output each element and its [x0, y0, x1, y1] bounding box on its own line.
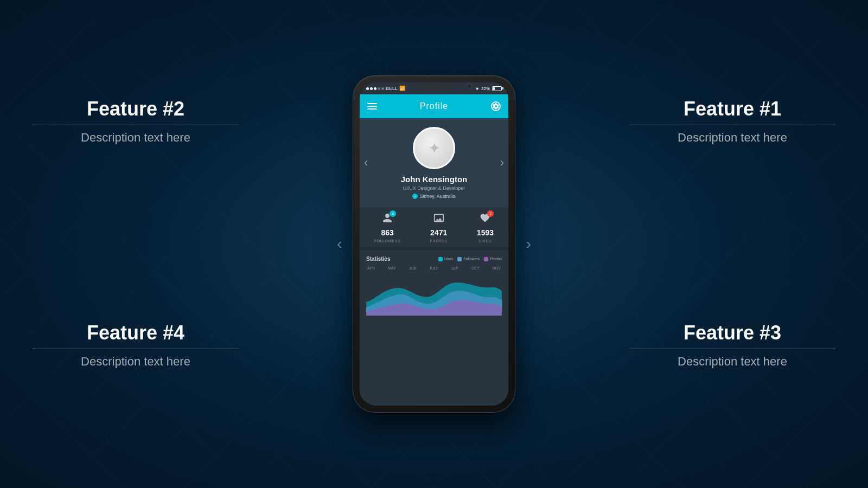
- phone-speaker: [418, 86, 450, 89]
- feature-4-divider: [33, 349, 239, 349]
- next-arrow[interactable]: ›: [526, 235, 531, 253]
- chart-legend: Likes Followers Photos: [438, 257, 502, 261]
- followers-icon-wrap: 4: [382, 213, 393, 226]
- phone-mockup: ‹ › BELL 📶 ★: [353, 76, 515, 412]
- legend-followers: Followers: [457, 257, 480, 261]
- feature-1-title: Feature #1: [629, 98, 835, 120]
- profile-role: UI/UX Designer & Developer: [403, 185, 465, 191]
- legend-likes: Likes: [438, 257, 453, 261]
- legend-dot-followers: [457, 257, 462, 261]
- photos-stat[interactable]: 2471 PHOTOS: [430, 213, 447, 243]
- likes-count: 1593: [477, 228, 494, 237]
- profile-prev-arrow[interactable]: ‹: [364, 156, 368, 170]
- phone-camera: [467, 84, 471, 88]
- likes-icon-wrap: 7: [480, 213, 490, 226]
- legend-photos: Photos: [484, 257, 502, 261]
- nav-title: Profile: [420, 101, 448, 111]
- legend-dot-photos: [484, 257, 488, 261]
- statistics-section: Statistics Likes Followers Photos: [360, 251, 508, 316]
- phone-body: BELL 📶 ★ 22% Profile: [353, 76, 515, 412]
- signal-dots: [366, 87, 384, 90]
- profile-section: ‹ › John Kensington UI/UX Designer & Dev…: [360, 118, 508, 207]
- followers-label: FOLLOWERS: [374, 239, 400, 243]
- signal-dot-3: [374, 87, 376, 90]
- legend-label-likes: Likes: [444, 257, 453, 261]
- status-right: ★ 22%: [475, 86, 502, 91]
- month-oct: OCT: [471, 266, 480, 270]
- followers-badge: 4: [390, 210, 396, 217]
- month-labels: APR MAY JUN JULY SEP OCT NOV: [366, 266, 502, 270]
- bluetooth-icon: ★: [475, 86, 479, 91]
- feature-4-desc: Description text here: [33, 355, 239, 369]
- feature-3-desc: Description text here: [629, 355, 835, 369]
- feature-4-block: Feature #4 Description text here: [33, 322, 239, 369]
- phone-screen: BELL 📶 ★ 22% Profile: [360, 82, 508, 406]
- likes-stat[interactable]: 7 1593 LIKES: [477, 213, 494, 243]
- feature-3-divider: [629, 349, 835, 349]
- feature-1-block: Feature #1 Description text here: [629, 98, 835, 145]
- wave-chart: [366, 272, 502, 316]
- month-nov: NOV: [493, 266, 501, 270]
- feature-2-title: Feature #2: [33, 98, 239, 120]
- legend-label-photos: Photos: [490, 257, 502, 261]
- statistics-title: Statistics: [366, 256, 390, 262]
- photos-icon-wrap: [433, 213, 444, 226]
- signal-dot-5: [381, 87, 384, 90]
- photos-icon: [433, 215, 444, 226]
- legend-dot-likes: [438, 257, 443, 261]
- gear-icon: [492, 101, 500, 111]
- likes-badge: 7: [487, 210, 494, 217]
- stats-row: 4 863 FOLLOWERS 2471 PHOTO: [360, 207, 508, 247]
- likes-label: LIKES: [479, 239, 491, 243]
- legend-label-followers: Followers: [463, 257, 480, 261]
- profile-next-arrow[interactable]: ›: [500, 156, 504, 170]
- battery-fill: [493, 87, 495, 90]
- settings-button[interactable]: [491, 101, 501, 111]
- prev-arrow[interactable]: ‹: [337, 235, 342, 253]
- carrier-label: BELL: [386, 86, 398, 91]
- feature-3-title: Feature #3: [629, 322, 835, 344]
- profile-name: John Kensington: [401, 175, 468, 184]
- avatar-wrapper: [413, 127, 455, 169]
- photos-label: PHOTOS: [430, 239, 447, 243]
- menu-button[interactable]: [367, 103, 377, 110]
- feature-3-block: Feature #3 Description text here: [629, 322, 835, 369]
- followers-count: 863: [381, 228, 394, 237]
- feature-4-title: Feature #4: [33, 322, 239, 344]
- feature-1-divider: [629, 125, 835, 125]
- wifi-icon: 📶: [399, 86, 405, 91]
- signal-dot-2: [370, 87, 373, 90]
- month-apr: APR: [367, 266, 375, 270]
- feature-1-desc: Description text here: [629, 131, 835, 145]
- avatar: [413, 127, 455, 169]
- month-jun: JUN: [409, 266, 417, 270]
- photos-count: 2471: [430, 228, 447, 237]
- chart-svg: [366, 272, 502, 316]
- battery-icon: [492, 86, 502, 91]
- month-may: MAY: [388, 266, 396, 270]
- month-sep: SEP: [451, 266, 458, 270]
- profile-location: ✓ Sidney, Australia: [412, 194, 455, 199]
- feature-2-divider: [33, 125, 239, 125]
- battery-percent: 22%: [481, 86, 490, 91]
- signal-dot-4: [378, 87, 380, 90]
- status-left: BELL 📶: [366, 86, 405, 91]
- signal-dot-1: [366, 87, 369, 90]
- feature-2-desc: Description text here: [33, 131, 239, 145]
- stats-header: Statistics Likes Followers Photos: [366, 256, 502, 262]
- top-nav: Profile: [360, 94, 508, 118]
- location-text: Sidney, Australia: [419, 194, 455, 199]
- feature-2-block: Feature #2 Description text here: [33, 98, 239, 145]
- month-july: JULY: [429, 266, 438, 270]
- location-verified-icon: ✓: [412, 194, 418, 199]
- followers-stat[interactable]: 4 863 FOLLOWERS: [374, 213, 400, 243]
